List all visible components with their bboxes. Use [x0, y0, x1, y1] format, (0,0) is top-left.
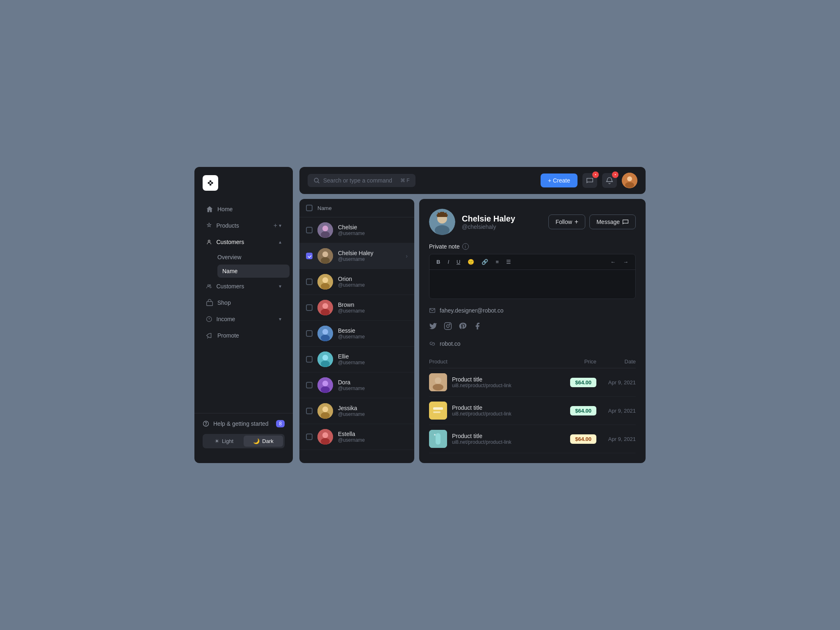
twitter-icon[interactable]	[429, 322, 437, 332]
row-checkbox[interactable]	[306, 227, 313, 233]
help-item[interactable]: Help & getting started 8	[203, 420, 285, 427]
customer-row[interactable]: Ellie @username	[299, 347, 414, 372]
svg-point-19	[322, 251, 328, 257]
customer-info: Orion @username	[338, 276, 408, 288]
sidebar-item-overview[interactable]: Overview	[217, 251, 290, 264]
customer-name: Chelsie Haley	[338, 250, 401, 256]
svg-point-0	[208, 182, 210, 184]
svg-rect-56	[436, 433, 441, 445]
facebook-icon[interactable]	[473, 322, 482, 332]
sidebar-item-home[interactable]: Home	[198, 201, 290, 217]
svg-point-22	[322, 277, 328, 283]
svg-point-2	[211, 182, 213, 184]
sidebar-logo	[194, 175, 293, 201]
search-input[interactable]	[323, 177, 397, 184]
editor-body[interactable]	[429, 270, 635, 299]
svg-point-14	[625, 182, 634, 188]
bold-button[interactable]: B	[434, 258, 442, 266]
customer-row[interactable]: Estella @username	[299, 424, 414, 450]
instagram-icon[interactable]	[444, 322, 452, 332]
row-checkbox[interactable]	[306, 253, 313, 259]
customers-chevron-icon[interactable]: ▴	[279, 239, 281, 245]
customer-row[interactable]: Orion @username	[299, 269, 414, 295]
row-checkbox[interactable]	[306, 434, 313, 440]
italic-button[interactable]: I	[445, 258, 451, 266]
customer-info: Estella @username	[338, 431, 408, 443]
customers2-chevron-icon[interactable]: ▾	[279, 283, 281, 289]
customer-row[interactable]: Bessie @username	[299, 321, 414, 347]
product-left: Product title ui8.net/product/product-li…	[429, 430, 564, 448]
customer-handle: @username	[338, 308, 408, 314]
search-bar[interactable]: ⌘ F	[308, 174, 415, 187]
row-checkbox[interactable]	[306, 356, 313, 363]
row-checkbox[interactable]	[306, 382, 313, 388]
messages-button[interactable]: •	[582, 173, 597, 188]
product-date: Apr 9, 2021	[603, 379, 636, 386]
keyboard-shortcut: ⌘ F	[400, 178, 410, 183]
customer-handle: @username	[338, 360, 408, 365]
list-button[interactable]: ≡	[493, 258, 501, 266]
avatar	[317, 326, 333, 341]
products-chevron-icon[interactable]: ▾	[279, 223, 281, 228]
svg-point-25	[322, 303, 328, 309]
info-icon[interactable]: i	[462, 243, 469, 250]
product-link: ui8.net/product/product-link	[452, 439, 511, 445]
list-header: Name	[299, 199, 414, 217]
app-logo[interactable]	[203, 175, 218, 191]
underline-button[interactable]: U	[454, 258, 462, 266]
row-checkbox[interactable]	[306, 304, 313, 311]
svg-point-17	[321, 231, 330, 238]
theme-light-btn[interactable]: ☀ Light	[204, 436, 244, 447]
redo-button[interactable]: →	[621, 258, 630, 266]
align-button[interactable]: ☰	[504, 258, 513, 266]
customers-expand-row: Customers ▴	[217, 239, 282, 245]
website-row: robot.co	[429, 340, 636, 347]
products-table-header: Product Price Date	[429, 355, 636, 368]
customer-name: Estella	[338, 431, 408, 437]
theme-dark-btn[interactable]: 🌙 Dark	[244, 436, 283, 447]
price-badge: $64.00	[570, 434, 596, 444]
follow-plus-icon: +	[575, 218, 578, 226]
svg-point-16	[322, 226, 328, 231]
sidebar-item-promote[interactable]: Promote	[198, 328, 290, 343]
message-button[interactable]: Message	[589, 215, 636, 229]
row-checkbox[interactable]	[306, 408, 313, 414]
customer-name: Chelsie	[338, 224, 408, 231]
customer-handle: @username	[338, 334, 408, 340]
customer-row[interactable]: Dora @username	[299, 372, 414, 398]
customer-row[interactable]: Chelsie Haley @username ›	[299, 243, 414, 269]
emoji-button[interactable]: 🙂	[466, 258, 476, 266]
pinterest-icon[interactable]	[459, 322, 467, 332]
product-row[interactable]: Product title ui8.net/product/product-li…	[429, 368, 636, 397]
product-row[interactable]: Product title ui8.net/product/product-li…	[429, 397, 636, 425]
row-checkbox[interactable]	[306, 278, 313, 285]
customer-row[interactable]: Brown @username	[299, 295, 414, 321]
sidebar-item-customers2[interactable]: Customers ▾	[198, 278, 290, 294]
search-icon	[313, 177, 320, 184]
private-note-section: Private note i B I U 🙂 🔗 ≡ ☰	[429, 243, 636, 299]
product-thumbnail	[429, 373, 447, 391]
sidebar-item-customer-list[interactable]: Name	[217, 265, 290, 278]
sidebar-item-income[interactable]: Income ▾	[198, 311, 290, 327]
row-checkbox[interactable]	[306, 330, 313, 337]
follow-button[interactable]: Follow +	[548, 215, 585, 229]
avatar	[317, 300, 333, 315]
sidebar-item-products[interactable]: Products + ▾	[198, 218, 290, 233]
undo-button[interactable]: ←	[608, 258, 618, 266]
notifications-button[interactable]: •	[602, 173, 617, 188]
sidebar-item-shop[interactable]: Shop	[198, 295, 290, 310]
customer-row[interactable]: Chelsie @username	[299, 217, 414, 243]
nav-menu: Home Products + ▾	[194, 201, 293, 413]
svg-rect-46	[445, 323, 452, 330]
select-all-checkbox[interactable]	[306, 205, 313, 211]
user-avatar-header[interactable]	[622, 173, 637, 188]
customer-row[interactable]: Jessika @username	[299, 398, 414, 424]
product-row[interactable]: Product title ui8.net/product/product-li…	[429, 425, 636, 453]
product-date: Apr 9, 2021	[603, 408, 636, 414]
sidebar-item-customers-main[interactable]: Customers ▴	[198, 234, 290, 250]
create-button[interactable]: + Create	[541, 173, 578, 187]
mail-icon	[429, 307, 436, 314]
income-chevron-icon[interactable]: ▾	[279, 316, 281, 322]
products-add-icon[interactable]: +	[274, 222, 277, 229]
link-button[interactable]: 🔗	[479, 258, 490, 266]
